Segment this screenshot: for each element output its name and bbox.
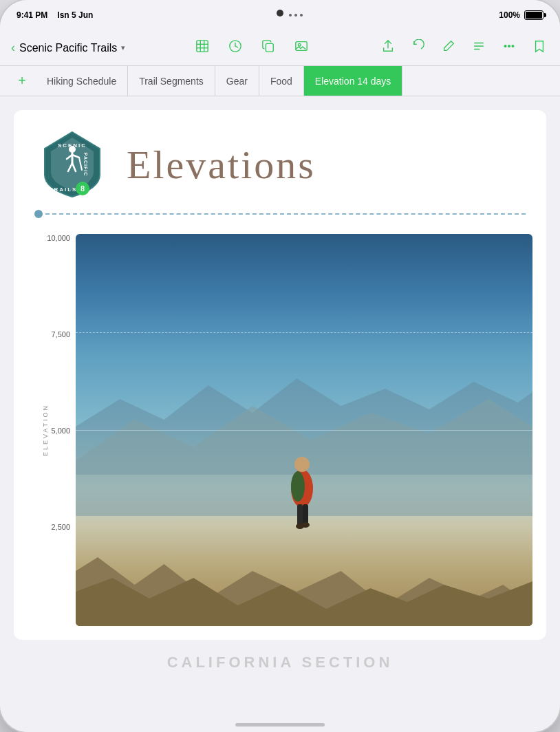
chart-section: ELEVATION 10,000 7,500 5,000 2,500 [14, 227, 546, 640]
svg-point-31 [291, 471, 305, 502]
svg-line-7 [235, 46, 238, 47]
dashed-line-wrapper [34, 213, 526, 215]
chart-image-area [76, 234, 532, 626]
copy-icon[interactable] [259, 39, 278, 56]
tab-bar: + Hiking Schedule Trail Segments Gear Fo… [0, 66, 560, 96]
dashed-line-dot [34, 210, 43, 218]
main-content: SCENIC PACIFIC TRAILS 8 Elevations [0, 96, 560, 732]
logo-svg: SCENIC PACIFIC TRAILS 8 [34, 127, 110, 202]
y-tick-7500: 7,500 [28, 330, 76, 338]
svg-point-15 [508, 45, 510, 47]
rotate-icon[interactable] [409, 39, 428, 56]
svg-point-10 [299, 43, 301, 46]
svg-rect-0 [197, 41, 208, 52]
share-icon[interactable] [378, 39, 398, 56]
battery-icon [524, 10, 543, 20]
svg-text:SCENIC: SCENIC [58, 142, 87, 149]
date-display: Isn 5 Jun [57, 10, 93, 20]
tab-hiking-schedule[interactable]: Hiking Schedule [36, 66, 128, 96]
toolbar-right [378, 39, 549, 56]
y-axis-label: ELEVATION [42, 404, 49, 456]
bottom-section: CALIFORNIA SECTION [0, 640, 560, 685]
toolbar: ‹ Scenic Pacific Trails ▾ [0, 30, 560, 66]
svg-point-16 [512, 45, 514, 47]
ipad-frame: 9:41 PM Isn 5 Jun 100% ‹ Scenic Pacific … [0, 0, 560, 732]
battery-percent: 100% [499, 10, 520, 20]
table-icon[interactable] [193, 39, 212, 56]
hiker-figure-svg [281, 437, 323, 533]
camera-notch [277, 10, 283, 17]
svg-point-35 [301, 522, 310, 528]
status-right: 100% [499, 10, 543, 20]
svg-rect-8 [266, 43, 273, 52]
header-section: SCENIC PACIFIC TRAILS 8 Elevations [14, 110, 546, 202]
status-left: 9:41 PM Isn 5 Jun [17, 10, 93, 20]
more-icon[interactable] [499, 39, 519, 56]
time-display: 9:41 PM [17, 10, 47, 20]
home-indicator [235, 723, 325, 726]
battery-fill [526, 12, 542, 19]
svg-rect-32 [297, 504, 303, 526]
tab-gear[interactable]: Gear [215, 66, 259, 96]
tab-trail-segments[interactable]: Trail Segments [128, 66, 215, 96]
svg-text:8: 8 [80, 184, 85, 193]
clock-icon[interactable] [226, 39, 245, 56]
tab-food[interactable]: Food [259, 66, 304, 96]
pencil-icon[interactable] [439, 39, 458, 56]
y-axis: ELEVATION 10,000 7,500 5,000 2,500 [28, 234, 76, 626]
back-chevron-icon[interactable]: ‹ [11, 41, 15, 55]
grid-line-7500 [76, 332, 532, 333]
chart-container: ELEVATION 10,000 7,500 5,000 2,500 [28, 234, 532, 626]
page-title: Elevations [127, 142, 316, 188]
svg-point-30 [294, 457, 310, 472]
svg-text:PACIFIC: PACIFIC [83, 153, 88, 176]
tab-elevation-14-days[interactable]: Elevation 14 days [304, 66, 403, 96]
add-tab-button[interactable]: + [11, 70, 33, 92]
toolbar-center [125, 39, 378, 56]
image-icon[interactable] [292, 39, 311, 56]
format-icon[interactable] [469, 39, 488, 56]
y-tick-2500: 2,500 [28, 523, 76, 531]
svg-rect-33 [303, 504, 308, 525]
bookmark-icon[interactable] [530, 39, 549, 56]
y-tick-5000: 5,000 [28, 427, 76, 435]
svg-text:TRAILS: TRAILS [50, 186, 78, 193]
dashed-line-section [14, 202, 546, 227]
toolbar-left: ‹ Scenic Pacific Trails ▾ [11, 41, 125, 55]
california-section-text: CALIFORNIA SECTION [167, 654, 394, 671]
grid-line-5000 [76, 430, 532, 431]
y-tick-10000: 10,000 [28, 234, 76, 242]
svg-point-14 [504, 45, 506, 47]
document-title[interactable]: Scenic Pacific Trails [19, 42, 117, 54]
logo-container: SCENIC PACIFIC TRAILS 8 [34, 127, 110, 202]
dashed-line [39, 213, 526, 215]
